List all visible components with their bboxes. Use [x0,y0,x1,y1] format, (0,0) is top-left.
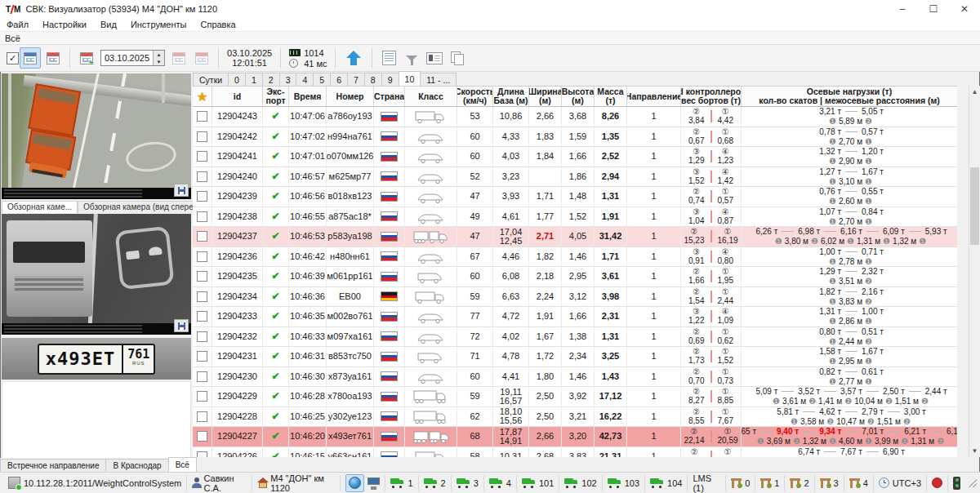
column-header[interactable]: Осевые нагрузки (т)кол-во скатов | межос… [742,87,957,106]
day-tab-2[interactable]: 2 [262,73,280,86]
day-tab-8[interactable]: 8 [364,73,382,86]
scrollbar-thumb[interactable] [970,167,979,245]
lane-indicator[interactable]: 3 [452,475,484,491]
column-header[interactable]: Класс [405,87,457,106]
column-header[interactable]: Экс-порт [263,87,289,106]
column-header[interactable]: id [212,87,263,106]
table-row[interactable]: 12904238✔10:46:55а875ас18*494,611,771,52… [193,207,957,228]
day-tab-5[interactable]: 5 [313,73,331,86]
report-button[interactable] [378,47,399,69]
lane-indicator[interactable]: 101 [517,475,559,491]
direction-tab[interactable]: Встречное направление [0,459,106,472]
close-button[interactable]: ✕ [949,0,980,18]
table-row[interactable]: 12904229✔10:46:28х780оа1935919,1116,572,… [193,387,957,407]
menu-item-Инструменты[interactable]: Инструменты [131,20,187,29]
lane-indicator[interactable]: 4 [484,475,517,491]
goto-day-button[interactable] [191,47,212,69]
vertical-scrollbar[interactable]: ▲ ▼ [969,86,980,457]
gantry-indicator[interactable]: 2 [785,475,814,491]
gantry-indicator[interactable]: 0 [726,475,755,491]
row-checkbox[interactable] [197,251,207,262]
table-row[interactable]: 12904234✔10:46:36ЕВ00596,632,243,123,981… [193,287,957,308]
lane-indicator[interactable]: 103 [603,475,645,491]
table-row[interactable]: 12904231✔10:46:31в853тс750714,781,722,34… [193,347,957,367]
gantry-indicator[interactable]: 3 [815,475,844,491]
gantry-indicator[interactable]: 4 [844,475,874,491]
row-checkbox[interactable] [197,331,207,342]
menu-item-Настройки[interactable]: Настройки [42,20,87,29]
map-view-button[interactable] [345,474,364,492]
lane-indicator[interactable]: 104 [645,475,688,491]
row-checkbox[interactable] [197,351,207,362]
row-checkbox[interactable] [197,191,207,202]
column-header[interactable]: Время [289,87,327,106]
day-tab-Сутки[interactable]: Сутки [193,73,229,86]
table-row[interactable]: 12904243✔10:47:06а786оу1935310,862,663,6… [193,107,957,127]
row-checkbox[interactable] [197,231,207,242]
column-header[interactable]: ★ [193,87,212,106]
minimize-button[interactable]: – [887,0,918,18]
table-row[interactable]: 12904228✔10:46:25у302уе1236218,1015,562,… [193,407,957,428]
row-checkbox[interactable] [197,151,207,162]
direction-tab[interactable]: В Краснодар [105,459,168,472]
column-header[interactable]: Высота(м) [562,87,595,106]
row-checkbox[interactable] [197,291,207,302]
calendar-add-button[interactable]: + [76,47,97,69]
column-header[interactable]: Номер [327,87,374,106]
row-checkbox[interactable] [197,171,207,182]
maximize-button[interactable]: ☐ [918,0,949,18]
filter-button[interactable] [401,47,422,69]
column-header[interactable]: ДлинаБаза (м) [493,87,529,106]
menu-item-Вид[interactable]: Вид [100,20,117,29]
gantry-indicator[interactable]: 1 [755,475,785,491]
table-row[interactable]: 12904237✔10:46:53р583уа1984717,0412,452,… [193,227,957,247]
lane-indicator[interactable]: 2 [419,475,452,491]
row-checkbox[interactable] [197,371,207,382]
save-front-button[interactable] [174,319,189,332]
row-checkbox[interactable] [197,271,207,282]
column-header[interactable]: Страна [374,87,405,106]
day-tab-1[interactable]: 1 [245,73,263,86]
row-checkbox[interactable] [197,411,207,422]
row-checkbox[interactable] [197,111,207,122]
day-tab-9[interactable]: 9 [381,73,399,86]
calendar-day-button[interactable] [20,47,41,69]
row-checkbox[interactable] [197,131,207,142]
column-header[interactable]: Ширина(м) [529,87,562,106]
table-row[interactable]: 12904227✔10:46:20х493ет7616817,8714,912,… [193,427,957,447]
lane-indicator[interactable]: 102 [559,475,602,491]
table-row[interactable]: 12904235✔10:46:39м061рр161606,082,182,95… [193,267,957,287]
table-row[interactable]: 12904230✔10:46:30х873уа161604,411,801,46… [193,367,957,388]
column-header[interactable]: Скорость(км/ч) [457,87,493,106]
row-checkbox[interactable] [197,311,207,322]
lane-indicator[interactable]: 1 [385,475,418,491]
day-tab-6[interactable]: 6 [330,73,348,86]
date-spinner[interactable]: ▲▼ [153,51,164,65]
save-overview-button[interactable] [174,184,189,197]
scroll-up-arrow[interactable]: ▲ [969,86,980,98]
day-tab-0[interactable]: 0 [228,73,246,86]
table-row[interactable]: 12904241✔10:47:01о070мм126604,031,841,66… [193,147,957,167]
table-row[interactable]: 12904242✔10:47:02н994на761604,331,831,59… [193,127,957,148]
menu-item-Файл[interactable]: Файл [7,20,29,29]
row-checkbox[interactable] [197,431,207,442]
camera-tab[interactable]: Обзорная камера (вид спереди; ... [78,201,212,213]
menu-item-Справка[interactable]: Справка [200,20,235,29]
column-header[interactable]: Направление [627,87,681,106]
copy-button[interactable] [447,47,468,69]
calendar-stats-button[interactable] [42,47,64,69]
camera-tab[interactable]: Обзорная каме... [2,201,78,213]
row-checkbox[interactable] [197,391,207,402]
column-header[interactable]: id контроллероввес бортов (т) [681,87,742,106]
row-checkbox[interactable] [197,211,207,222]
day-tab-3[interactable]: 3 [279,73,297,86]
day-tab-4[interactable]: 4 [296,73,314,86]
select-all-checkbox[interactable]: ✓ [7,52,19,64]
day-tab-7[interactable]: 7 [347,73,365,86]
date-field[interactable]: 03.10.2025 ▲▼ [100,50,165,66]
table-row[interactable]: 12904233✔10:46:35м002во761774,721,911,66… [193,307,957,327]
day-tab-11 - ...[interactable]: 11 - ... [420,73,457,86]
resize-grip[interactable] [969,479,977,487]
prev-day-button[interactable] [168,47,189,69]
column-header[interactable]: Масса(т) [595,87,627,106]
